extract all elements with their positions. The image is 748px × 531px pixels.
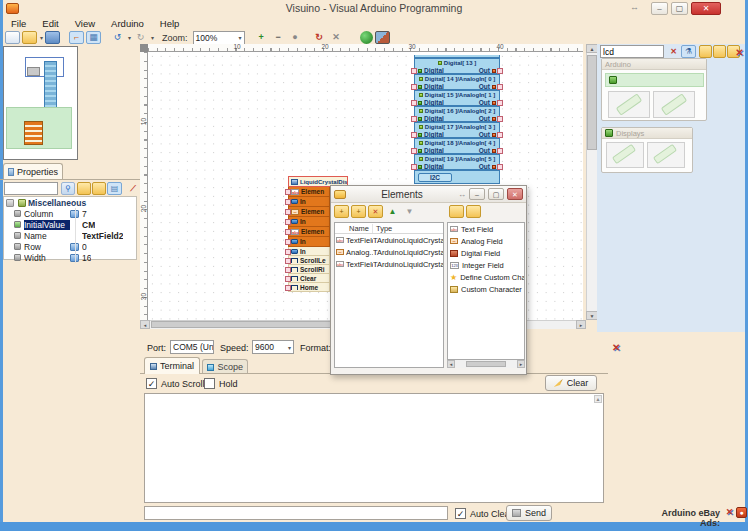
redo-dropdown-icon[interactable]: ▾ (151, 34, 154, 41)
lcd-clear-pin[interactable]: Clear (288, 274, 330, 283)
out-pin-icon[interactable] (492, 69, 496, 73)
digital-in-icon[interactable] (418, 133, 422, 137)
add-element-icon[interactable]: + (334, 205, 349, 218)
auto-clear-checkbox[interactable]: ✓Auto Clear (455, 508, 513, 519)
property-category-row[interactable]: Miscellaneous (4, 197, 136, 208)
scroll-right-icon[interactable]: ▸ (517, 360, 525, 368)
expand-palette-icon[interactable] (449, 205, 464, 218)
auto-scroll-checkbox[interactable]: ✓Auto Scroll (146, 378, 205, 389)
out-pin-icon[interactable] (492, 149, 496, 153)
move-down-icon[interactable]: ▼ (402, 205, 417, 218)
out-pin-icon[interactable] (492, 165, 496, 169)
gallery-icon[interactable] (375, 31, 390, 44)
collapse-all-icon[interactable] (92, 182, 106, 195)
save-icon[interactable] (45, 31, 60, 44)
property-row-name[interactable]: Name TextField2 (4, 230, 136, 241)
digital-in-icon[interactable] (418, 165, 422, 169)
output-scroll-up-icon[interactable]: ▲ (594, 395, 602, 403)
terminal-output[interactable] (144, 393, 604, 503)
category-view-icon[interactable]: ▤ (107, 182, 122, 195)
open-dropdown-icon[interactable]: ▾ (40, 34, 43, 41)
palette-component-lcd[interactable] (608, 91, 650, 118)
palette-item-integer-field[interactable]: 123Integer Field (448, 259, 524, 271)
property-row-width[interactable]: Width 16 (4, 252, 136, 263)
new-project-icon[interactable] (5, 31, 20, 44)
palette-component-lcd[interactable] (606, 142, 644, 168)
minimize-button[interactable]: – (651, 2, 668, 15)
checkbox-icon[interactable]: ✓ (455, 508, 466, 519)
hscroll-thumb[interactable] (466, 361, 506, 367)
move-up-icon[interactable]: ▲ (385, 205, 400, 218)
palette-tools-icon[interactable]: ✕ (733, 46, 746, 59)
wiring-toggle-icon[interactable]: ⌐ (69, 31, 84, 44)
terminal-send-input[interactable] (144, 506, 448, 520)
search-properties-icon[interactable]: ⚲ (61, 182, 75, 195)
elements-maximize-button[interactable]: ▢ (488, 188, 504, 200)
lcd-element-row[interactable]: abcElemen (288, 227, 330, 237)
menu-arduino[interactable]: Arduino (104, 17, 151, 30)
digital-in-icon[interactable] (418, 149, 422, 153)
out-pin-icon[interactable] (492, 117, 496, 121)
palette-item-define-custom-character[interactable]: ★Define Custom Chara (448, 271, 524, 283)
lcd-home-pin[interactable]: Home (288, 283, 330, 292)
delete-element-icon[interactable]: ✕ (368, 205, 383, 218)
dock-icon[interactable]: ↔ (458, 190, 466, 199)
elements-close-button[interactable]: ✕ (507, 188, 523, 200)
lcd-in-pin[interactable]: In (288, 247, 330, 256)
pin-block-digital15[interactable]: Digital[ 15 ]/AnalogIn[ 1 ] DigitalOut (414, 90, 500, 106)
close-button[interactable]: ✕ (691, 2, 721, 15)
ads-blocker-icon[interactable]: ● (736, 507, 747, 518)
menu-edit[interactable]: Edit (35, 17, 65, 30)
pin-block-digital16[interactable]: Digital[ 16 ]/AnalogIn[ 2 ] DigitalOut (414, 106, 500, 122)
pin-block-digital18[interactable]: Digital[ 18 ]/AnalogIn[ 4 ] DigitalOut (414, 138, 500, 154)
elements-title-bar[interactable]: Elements ↔ – ▢ ✕ (331, 186, 526, 203)
out-pin-icon[interactable] (492, 85, 496, 89)
collapse-palette-icon[interactable] (466, 205, 481, 218)
checkbox-icon[interactable]: ✓ (146, 378, 157, 389)
lcd-element-row[interactable]: ~Elemen (288, 207, 330, 217)
pin-block-digital14[interactable]: Digital[ 14 ]/AnalogIn[ 0 ] DigitalOut (414, 74, 500, 90)
open-project-icon[interactable] (22, 31, 37, 44)
menu-view[interactable]: View (68, 17, 102, 30)
add-element-alt-icon[interactable]: + (351, 205, 366, 218)
collapse-icon[interactable] (6, 199, 14, 207)
tab-terminal[interactable]: Terminal (144, 357, 200, 374)
scroll-right-icon[interactable]: ▸ (576, 320, 586, 329)
digital-in-icon[interactable] (418, 101, 422, 105)
digital-in-icon[interactable] (418, 69, 422, 73)
send-button[interactable]: Send (506, 505, 552, 521)
element-row-analog[interactable]: ~Analog...TArduinoLiquidCrystal... (335, 246, 443, 258)
out-pin-icon[interactable] (492, 133, 496, 137)
digital-in-icon[interactable] (418, 85, 422, 89)
vscroll-thumb[interactable] (587, 55, 597, 150)
property-row-column[interactable]: Column 7 (4, 208, 136, 219)
pin-block-digital19[interactable]: Digital[ 19 ]/AnalogIn[ 5 ] DigitalOut (414, 154, 500, 170)
element-row-textfield1[interactable]: abcTextField1TArduinoLiquidCrystal... (335, 234, 443, 246)
hold-checkbox[interactable]: Hold (204, 378, 238, 389)
property-row-row[interactable]: Row 0 (4, 241, 136, 252)
lcd-element-row[interactable]: abcElemen (288, 187, 330, 197)
port-combo[interactable]: COM5 (Unava▾ (170, 340, 214, 354)
component-search-input[interactable] (600, 45, 664, 58)
palette-item-analog-field[interactable]: ~Analog Field (448, 235, 524, 247)
scroll-left-icon[interactable]: ◂ (140, 320, 150, 329)
terminal-tools-icon[interactable]: ✕ (612, 342, 620, 353)
elements-minimize-button[interactable]: – (469, 188, 485, 200)
upload-icon[interactable] (360, 31, 373, 44)
property-filter-input[interactable] (4, 182, 58, 195)
element-row-textfield2[interactable]: abcTextField2TArduinoLiquidCrystal... (335, 258, 443, 270)
palette-component-lcd-i2c[interactable] (653, 91, 695, 118)
palette-item-text-field[interactable]: abcText Field (448, 223, 524, 235)
palette-item-digital-field[interactable]: Digital Field (448, 247, 524, 259)
board-match-row[interactable] (605, 73, 704, 87)
grid-toggle-icon[interactable]: ▦ (86, 31, 101, 44)
palette-item-custom-character-field[interactable]: Custom Character Fi (448, 283, 524, 295)
lcd-scrollright-pin[interactable]: ScrollRi (288, 265, 330, 274)
checkbox-icon[interactable] (204, 378, 215, 389)
zoom-in-icon[interactable]: + (254, 31, 269, 44)
expand-categories-icon[interactable] (713, 45, 726, 58)
speed-combo[interactable]: 9600▾ (252, 340, 294, 354)
palette-group-header[interactable]: Arduino (602, 59, 706, 70)
diagram-overview[interactable] (3, 46, 78, 160)
menu-file[interactable]: File (4, 17, 33, 30)
